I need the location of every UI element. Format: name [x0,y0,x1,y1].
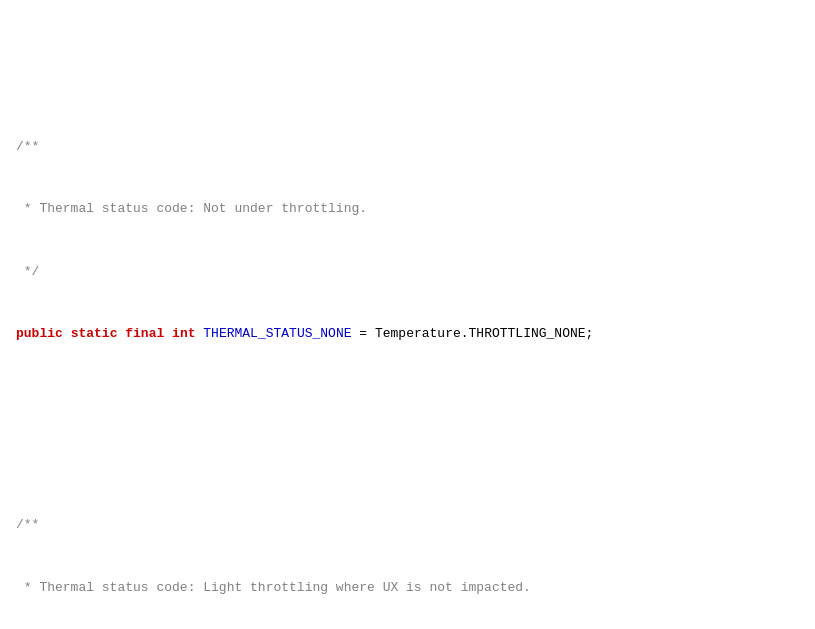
section-none: /** * Thermal status code: Not under thr… [16,95,799,386]
code-line-none: public static final int THERMAL_STATUS_N… [16,324,799,345]
comment-line: /** [16,515,799,536]
comment-line: * Thermal status code: Not under throttl… [16,199,799,220]
comment-line: */ [16,262,799,283]
comment-line: /** [16,137,799,158]
comment-line: * Thermal status code: Light throttling … [16,578,799,599]
section-light: /** * Thermal status code: Light throttl… [16,474,799,629]
code-view: /** * Thermal status code: Not under thr… [16,12,799,629]
